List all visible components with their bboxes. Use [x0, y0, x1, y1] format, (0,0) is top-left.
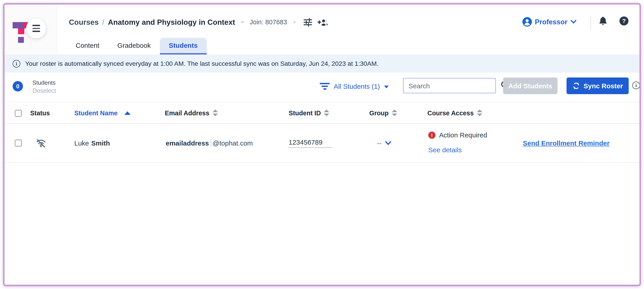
sync-info-icon[interactable]: i — [632, 82, 640, 89]
students-toolbar: 0 Students Deselect All Students (1) — [4, 72, 640, 102]
row-checkbox[interactable] — [15, 140, 22, 146]
sort-icon — [392, 110, 397, 116]
filter-icon — [320, 83, 330, 90]
column-header-status: Status — [30, 102, 50, 124]
sort-asc-icon — [124, 111, 130, 115]
svg-text:?: ? — [622, 17, 626, 24]
sort-icon — [477, 110, 482, 116]
table-row: Luke Smith emailaddress @tophat.com 1234… — [4, 124, 640, 163]
roster-sync-banner: i Your roster is automatically synced ev… — [4, 54, 640, 72]
notifications-bell-icon[interactable] — [597, 15, 609, 26]
dot-separator — [294, 21, 296, 23]
invite-students-icon[interactable] — [317, 17, 329, 28]
column-header-course-access[interactable]: Course Access — [428, 102, 482, 124]
sort-icon — [324, 110, 330, 116]
sync-roster-button[interactable]: Sync Roster — [566, 78, 629, 94]
column-header-student-name[interactable]: Student Name — [74, 102, 130, 124]
menu-button[interactable] — [26, 18, 46, 38]
app-header: Courses / Anatomy and Physiology in Cont… — [4, 4, 640, 54]
help-icon[interactable]: ? — [618, 15, 630, 26]
tab-students[interactable]: Students — [160, 38, 207, 54]
info-icon: i — [12, 60, 20, 67]
course-title: Anatomy and Physiology in Context — [108, 18, 235, 26]
left-panel — [4, 4, 57, 54]
group-dropdown[interactable]: -- — [377, 139, 391, 147]
student-name: Luke Smith — [74, 139, 110, 147]
students-filter-dropdown[interactable]: All Students (1) — [320, 82, 388, 90]
students-table-header: Status Student Name Email Address Studen… — [4, 102, 640, 124]
status-offline-icon — [36, 139, 46, 148]
email-cursor-divider — [211, 139, 211, 147]
see-details-link[interactable]: See details — [428, 146, 462, 154]
breadcrumb-separator: / — [102, 18, 104, 26]
header-actions: ? — [597, 15, 630, 26]
header-divider — [590, 16, 591, 30]
course-access-status: ! Action Required — [428, 131, 487, 139]
add-students-button[interactable]: Add Students — [503, 78, 558, 94]
join-code: Join: 807683 — [250, 18, 287, 26]
roster-sync-message: Your roster is automatically synced ever… — [25, 60, 378, 67]
app-frame: Courses / Anatomy and Physiology in Cont… — [3, 3, 641, 286]
select-all-checkbox[interactable] — [15, 110, 22, 116]
selected-count-badge: 0 — [12, 81, 23, 92]
column-header-student-id[interactable]: Student ID — [289, 102, 330, 124]
column-header-group[interactable]: Group — [369, 102, 397, 124]
search-input[interactable] — [404, 82, 501, 90]
student-email[interactable]: emailaddress @tophat.com — [166, 139, 253, 147]
filter-label: All Students (1) — [334, 82, 380, 90]
sort-icon — [212, 110, 218, 116]
stage: Courses / Anatomy and Physiology in Cont… — [0, 0, 644, 289]
hamburger-icon — [32, 25, 40, 26]
breadcrumb: Courses / Anatomy and Physiology in Cont… — [69, 17, 329, 28]
deselect-link[interactable]: Deselect — [32, 88, 56, 94]
course-settings-icon[interactable] — [302, 17, 314, 28]
selected-count-label: Students — [32, 79, 56, 86]
search-box — [403, 78, 496, 93]
tab-content[interactable]: Content — [67, 38, 108, 54]
column-header-email[interactable]: Email Address — [165, 102, 218, 124]
tab-gradebook[interactable]: Gradebook — [108, 38, 160, 54]
user-name: Professor — [535, 18, 568, 26]
caret-down-icon — [384, 85, 388, 88]
chevron-down-icon — [570, 20, 576, 24]
send-enrollment-reminder-link[interactable]: Send Enrollment Reminder — [523, 139, 610, 147]
avatar-icon — [522, 17, 532, 26]
breadcrumb-courses-link[interactable]: Courses — [69, 18, 99, 26]
dot-separator — [242, 21, 244, 23]
sync-icon — [572, 82, 580, 90]
course-tabs: Content Gradebook Students — [67, 39, 207, 54]
alert-icon: ! — [428, 131, 436, 138]
chevron-down-icon — [385, 141, 391, 145]
user-menu[interactable]: Professor — [522, 17, 576, 26]
sync-roster-label: Sync Roster — [584, 82, 623, 90]
student-id-field[interactable]: 123456789 — [288, 138, 332, 148]
